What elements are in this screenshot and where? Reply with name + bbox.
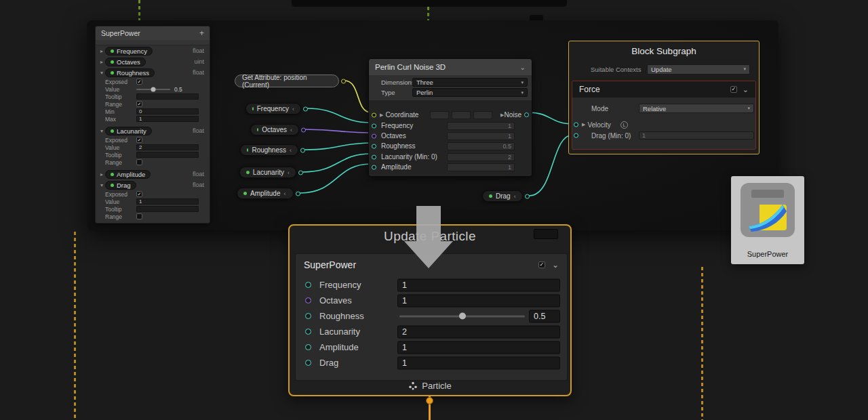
value-field[interactable]: 1 [136,198,199,205]
tooltip-field[interactable] [136,152,199,158]
mode-dropdown[interactable]: Relative▾ [639,104,754,113]
input-port-velocity[interactable] [574,123,578,127]
collapse-icon[interactable]: ‹ [290,127,292,133]
output-port[interactable] [300,148,305,152]
property-pill[interactable]: Lacunarity [105,127,152,135]
force-block[interactable]: Force ✓ ⌄ Mode Relative▾ ▶ Velocity L Dr… [572,81,756,150]
value-field[interactable]: 2 [136,144,199,150]
blackboard-property-amplitude[interactable]: ▸ Amplitude float [96,169,210,180]
blackboard-property-octaves[interactable]: ▸ Octaves uint [96,56,210,67]
input-port-amplitude[interactable] [372,165,376,169]
expander-icon[interactable]: ▾ [98,182,105,188]
add-property-button[interactable]: + [199,28,204,38]
input-port-drag[interactable] [574,133,578,138]
param-node-lacunarity[interactable]: Lacunarity‹ [239,167,296,178]
roughness-field[interactable]: 0.5 [447,142,515,150]
node-title-bar[interactable]: Perlin Curl Noise 3D ⌄ [369,59,532,75]
lacunarity-field[interactable]: 2 [447,153,515,161]
exposed-checkbox[interactable]: ✓ [136,191,142,197]
collapse-icon[interactable]: ‹ [290,147,292,154]
octaves-input[interactable]: 1 [397,294,560,307]
force-block-header[interactable]: Force ✓ ⌄ [572,81,755,98]
output-port[interactable] [301,127,306,132]
port-drag[interactable] [305,360,311,366]
chevron-down-icon[interactable]: ⌄ [520,64,526,71]
output-port[interactable] [303,106,308,111]
range-checkbox[interactable] [136,213,142,219]
collapse-icon[interactable]: ‹ [292,106,294,112]
property-pill[interactable]: Drag [105,181,136,190]
force-enabled-checkbox[interactable]: ✓ [730,86,737,93]
node-perlin-curl-noise-3d[interactable]: Perlin Curl Noise 3D ⌄ Dimensions Three▾… [368,58,532,177]
property-pill[interactable]: Roughness [105,68,155,77]
contexts-dropdown[interactable]: Update▾ [647,64,750,75]
input-port-lacunarity[interactable] [372,154,376,159]
param-node-roughness[interactable]: Roughness‹ [240,144,298,156]
drag-field[interactable]: 1 [639,131,754,140]
output-port[interactable] [296,191,300,196]
input-port-octaves[interactable] [372,133,376,138]
roughness-value-input[interactable]: 0.5 [529,310,560,322]
param-node-amplitude[interactable]: Amplitude‹ [237,188,294,199]
input-port-coordinate[interactable] [372,112,376,117]
expander-icon[interactable]: ▸ [98,59,105,65]
expander-icon[interactable]: ▶ [380,112,383,118]
type-dropdown[interactable]: Perlin▾ [412,88,528,97]
output-port-position[interactable] [341,79,346,83]
param-node-drag[interactable]: Drag‹ [482,190,523,202]
expander-icon[interactable]: ▸ [98,171,105,177]
expander-icon[interactable]: ▾ [98,128,105,134]
expander-icon[interactable]: ▶ [582,122,585,127]
range-checkbox[interactable] [136,159,142,165]
dimensions-dropdown[interactable]: Three▾ [412,78,528,87]
blackboard-property-frequency[interactable]: ▸ Frequency float [96,45,210,56]
collapse-icon[interactable]: ‹ [283,190,285,197]
blackboard-property-lacunarity[interactable]: ▾ Lacunarity float [96,125,210,136]
port-frequency[interactable] [305,282,311,288]
flow-anchor-dot[interactable] [426,397,433,404]
param-node-octaves[interactable]: Octaves‹ [250,124,299,135]
property-pill[interactable]: Amplitude [105,170,151,179]
block-subgraph-panel[interactable]: Block Subgraph Suitable Contexts Update▾… [568,41,760,154]
octaves-field[interactable]: 1 [447,132,515,140]
coordinate-y-field[interactable] [452,111,471,119]
output-port[interactable] [298,170,303,175]
range-checkbox[interactable]: ✓ [136,101,142,107]
drag-input[interactable]: 1 [397,356,560,369]
context-settings-box[interactable] [534,229,558,239]
asset-card-superpower[interactable]: SuperPower [731,176,804,264]
frequency-field[interactable]: 1 [447,122,515,130]
coordinate-z-field[interactable] [473,111,492,119]
amplitude-field[interactable]: 1 [447,163,515,171]
port-roughness[interactable] [305,313,311,319]
blackboard-property-drag[interactable]: ▾ Drag float [96,180,210,190]
block-enabled-checkbox[interactable]: ✓ [538,261,545,268]
coordinate-x-field[interactable] [430,111,449,119]
expander-icon[interactable]: ▾ [98,70,105,76]
slider-handle[interactable] [151,87,156,91]
tooltip-field[interactable] [136,93,199,100]
lacunarity-input[interactable]: 2 [397,325,560,338]
exposed-checkbox[interactable]: ✓ [136,79,142,85]
chevron-down-icon[interactable]: ⌄ [552,260,559,270]
tooltip-field[interactable] [136,206,199,212]
expander-icon[interactable]: ▸ [98,48,105,54]
port-octaves[interactable] [305,297,311,303]
port-amplitude[interactable] [305,344,311,350]
param-node-frequency[interactable]: Frequency‹ [245,103,301,114]
roughness-slider[interactable] [399,315,525,317]
blackboard-property-roughness[interactable]: ▾ Roughness float [96,67,210,78]
amplitude-input[interactable]: 1 [397,341,560,354]
property-pill[interactable]: Octaves [105,58,146,66]
max-field[interactable]: 1 [136,116,199,122]
output-port-noise[interactable] [524,112,529,117]
port-lacunarity[interactable] [305,329,311,335]
input-port-frequency[interactable] [372,123,376,128]
exposed-checkbox[interactable]: ✓ [136,137,142,143]
property-pill[interactable]: Frequency [105,47,153,56]
frequency-input[interactable]: 1 [397,278,560,291]
collapse-icon[interactable]: ‹ [514,193,516,200]
min-field[interactable]: 0 [136,108,199,114]
superpower-block[interactable]: SuperPower ✓ ⌄ Frequency 1 Octaves 1 Rou… [295,253,568,381]
collapse-icon[interactable]: ‹ [288,169,290,176]
